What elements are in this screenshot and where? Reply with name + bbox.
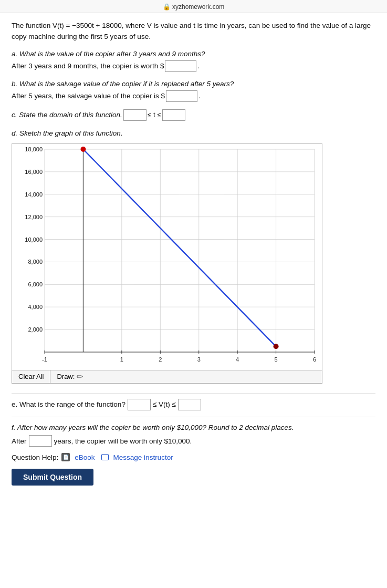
part-e-input1[interactable] <box>128 399 151 410</box>
message-envelope-icon <box>101 454 109 460</box>
part-f-label: f. After how many years will the copier … <box>12 422 375 434</box>
top-bar: 🔒 xyzhomework.com <box>0 0 387 13</box>
part-d-label: d. Sketch the graph of this function. <box>12 128 375 139</box>
part-c-input1[interactable] <box>123 109 147 121</box>
part-a-answer-line: After 3 years and 9 months, the copier i… <box>12 60 375 73</box>
clear-all-label: Clear All <box>18 373 44 380</box>
url-icon: 🔒 <box>163 3 172 11</box>
clear-all-button[interactable]: Clear All <box>12 370 50 383</box>
part-e: e. What is the range of the function? ≤ … <box>12 399 375 410</box>
part-f-line-text: After <box>12 437 27 445</box>
part-b-label: b. What is the salvage value of the copi… <box>12 79 375 90</box>
part-b: b. What is the salvage value of the copi… <box>12 79 375 102</box>
submit-label: Submit Question <box>23 473 82 481</box>
intro-text: The function V(t) = −3500t + 18000, wher… <box>12 22 371 40</box>
problem-intro: The function V(t) = −3500t + 18000, wher… <box>12 20 375 43</box>
part-f-input[interactable] <box>29 435 52 447</box>
part-b-period: . <box>198 90 201 102</box>
graph-container: Clear All Draw: ✏ <box>12 143 322 384</box>
part-c-answer-line: c. State the domain of this function. ≤ … <box>12 109 375 121</box>
url-text: xyzhomework.com <box>172 3 224 11</box>
submit-question-button[interactable]: Submit Question <box>12 469 93 486</box>
divider-1 <box>12 393 375 394</box>
part-a-input[interactable] <box>165 60 196 72</box>
draw-label: Draw: <box>57 373 75 380</box>
part-b-answer-line: After 5 years, the salvage value of the … <box>12 90 375 102</box>
part-c: c. State the domain of this function. ≤ … <box>12 109 375 121</box>
part-c-leq: ≤ t ≤ <box>148 109 161 121</box>
part-f-line2-text: years, the copier will be worth only $10… <box>54 437 192 445</box>
part-b-input[interactable] <box>166 90 197 102</box>
ebook-icon: 📄 <box>61 453 71 461</box>
question-help-label: Question Help: <box>12 453 58 461</box>
part-a-label: a. What is the value of the copier after… <box>12 49 375 60</box>
ebook-book-icon: 📄 <box>61 453 70 461</box>
part-a-line-text: After 3 years and 9 months, the copier i… <box>12 60 164 73</box>
message-icon <box>101 454 110 460</box>
question-help-section: Question Help: 📄 eBook Message instructo… <box>12 453 375 461</box>
part-e-leq: ≤ V(t) ≤ <box>153 400 176 408</box>
part-d: d. Sketch the graph of this function. Cl… <box>12 128 375 387</box>
part-c-label: c. State the domain of this function. <box>12 110 122 121</box>
part-e-input2[interactable] <box>178 399 201 410</box>
part-b-line-text: After 5 years, the salvage value of the … <box>12 90 165 102</box>
part-a-period: . <box>197 60 200 73</box>
divider-2 <box>12 417 375 417</box>
part-c-input2[interactable] <box>162 109 185 121</box>
part-e-line: e. What is the range of the function? ≤ … <box>12 399 375 410</box>
draw-button[interactable]: Draw: ✏ <box>50 370 90 383</box>
part-a: a. What is the value of the copier after… <box>12 49 375 73</box>
draw-icon: ✏ <box>77 372 83 381</box>
part-e-label: e. What is the range of the function? <box>12 400 125 408</box>
ebook-link[interactable]: eBook <box>75 453 95 461</box>
part-f-answer-line: After years, the copier will be worth on… <box>12 435 375 447</box>
graph-canvas[interactable] <box>12 143 322 370</box>
main-content: The function V(t) = −3500t + 18000, wher… <box>0 13 387 493</box>
part-f: f. After how many years will the copier … <box>12 422 375 447</box>
graph-buttons: Clear All Draw: ✏ <box>12 370 322 384</box>
message-instructor-link[interactable]: Message instructor <box>113 453 173 461</box>
